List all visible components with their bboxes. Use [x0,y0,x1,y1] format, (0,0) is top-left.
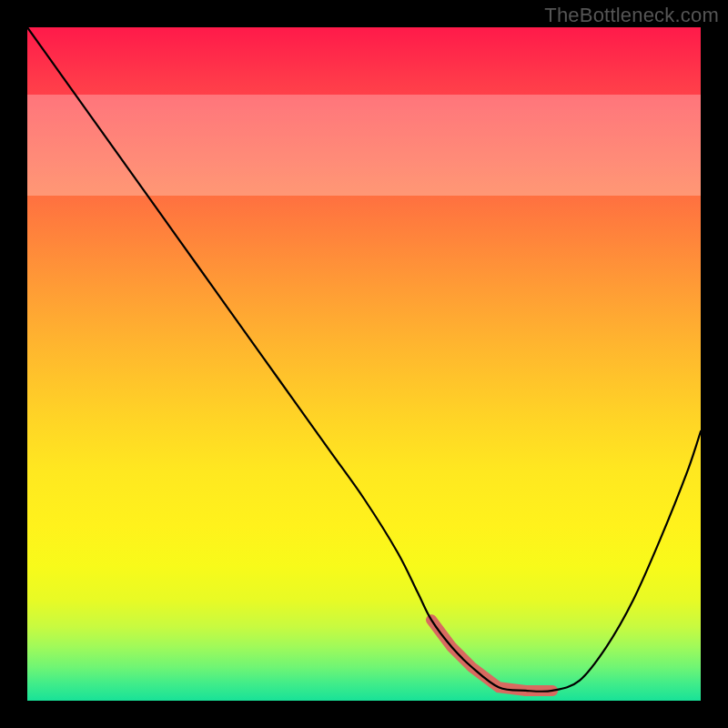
bottleneck-curve [27,27,701,692]
chart-frame: TheBottleneck.com [0,0,728,728]
plot-area [27,27,701,701]
curve-highlight [431,620,552,691]
watermark-text: TheBottleneck.com [544,4,719,27]
curve-svg [27,27,701,701]
